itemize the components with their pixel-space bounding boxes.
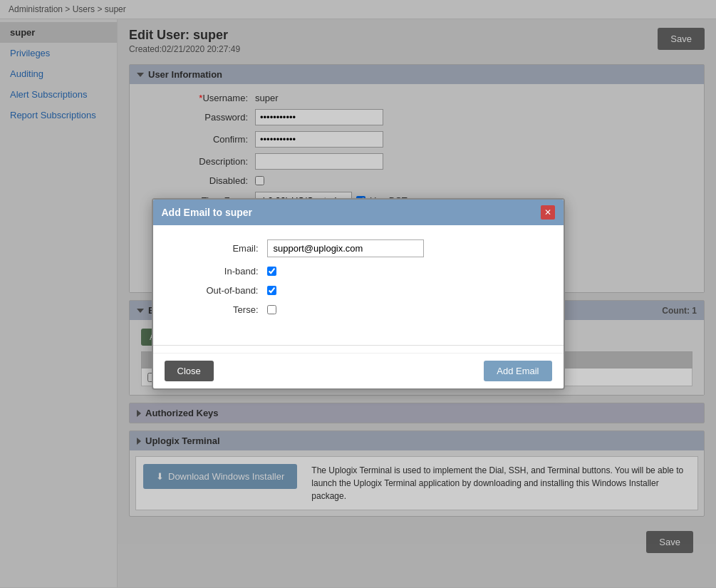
modal-overlay: Add Email to super ✕ Email: In-band: Out…: [0, 0, 716, 587]
modal-add-email-btn[interactable]: Add Email: [484, 361, 551, 381]
modal-divider: [153, 345, 564, 346]
modal-outofband-checkbox[interactable]: [267, 286, 276, 295]
modal-email-row: Email:: [175, 239, 542, 257]
modal-header: Add Email to super ✕: [153, 200, 564, 225]
modal-terse-checkbox[interactable]: [267, 305, 276, 314]
modal-terse-label: Terse:: [175, 304, 267, 315]
modal-email-input[interactable]: [267, 239, 424, 257]
modal-outofband-row: Out-of-band:: [175, 285, 542, 296]
modal-inband-label: In-band:: [175, 266, 267, 277]
add-email-modal: Add Email to super ✕ Email: In-band: Out…: [152, 198, 565, 390]
modal-close-button[interactable]: ✕: [541, 205, 555, 220]
modal-close-btn[interactable]: Close: [165, 361, 214, 381]
modal-body: Email: In-band: Out-of-band: Terse:: [153, 225, 564, 338]
modal-title: Add Email to super: [162, 207, 253, 218]
modal-inband-checkbox[interactable]: [267, 267, 276, 276]
modal-footer: Close Add Email: [153, 353, 564, 388]
modal-terse-row: Terse:: [175, 304, 542, 315]
modal-email-label: Email:: [175, 243, 267, 254]
modal-inband-row: In-band:: [175, 266, 542, 277]
modal-outofband-label: Out-of-band:: [175, 285, 267, 296]
